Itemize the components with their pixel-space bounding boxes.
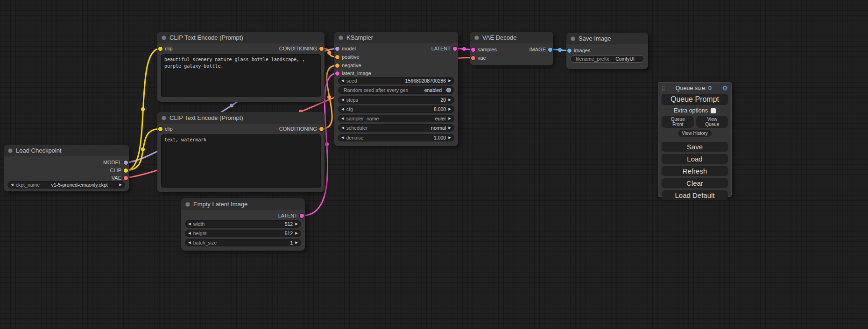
- collapse-dot-icon[interactable]: [8, 148, 13, 153]
- drag-handle-icon[interactable]: ⣿: [662, 86, 665, 91]
- decrement-arrow-icon[interactable]: ◀: [188, 241, 191, 245]
- output-dot-image[interactable]: [548, 48, 552, 52]
- input-label-model: model: [342, 46, 356, 51]
- collapse-dot-icon[interactable]: [162, 35, 166, 40]
- input-dot-positive[interactable]: [335, 55, 339, 59]
- load-button[interactable]: Load: [662, 154, 728, 164]
- prompt-textarea[interactable]: beautiful scenery nature glass bottle la…: [161, 54, 321, 97]
- output-label-model: MODEL: [103, 160, 121, 165]
- denoise-widget[interactable]: ◀ denoise 1.000 ▶: [338, 134, 454, 141]
- filename-prefix-widget[interactable]: filename_prefix ComfyUI: [570, 55, 644, 63]
- decrement-arrow-icon[interactable]: ◀: [341, 79, 344, 83]
- input-dot-vae[interactable]: [471, 56, 475, 60]
- collapse-dot-icon[interactable]: [571, 36, 575, 41]
- widget-value: 156680208700286: [405, 78, 446, 84]
- collapse-dot-icon[interactable]: [474, 35, 479, 40]
- node-vae-decode[interactable]: VAE Decode samples vae IMAGE: [470, 32, 553, 65]
- link-dot-clip-negative: [141, 147, 145, 151]
- decrement-arrow-icon[interactable]: ◀: [11, 183, 14, 187]
- widget-value: enabled: [424, 87, 442, 93]
- decrement-arrow-icon[interactable]: ◀: [341, 136, 344, 140]
- output-dot-vae[interactable]: [124, 176, 128, 180]
- input-dot-clip[interactable]: [158, 127, 162, 131]
- width-widget[interactable]: ◀ width 512 ▶: [185, 220, 301, 228]
- random-seed-toggle-widget[interactable]: Random seed after every gen enabled: [338, 86, 454, 94]
- node-title-bar[interactable]: CLIP Text Encode (Prompt): [157, 32, 325, 43]
- prompt-textarea[interactable]: text, watermark: [161, 134, 321, 188]
- decrement-arrow-icon[interactable]: ◀: [341, 98, 344, 102]
- load-default-button[interactable]: Load Default: [662, 190, 728, 200]
- input-label-samples: samples: [478, 47, 497, 52]
- sampler-name-widget[interactable]: ◀ sampler_name euler ▶: [338, 115, 454, 122]
- node-load-checkpoint[interactable]: Load Checkpoint MODEL CLIP VAE ◀ ckpt_na…: [4, 145, 129, 191]
- save-button[interactable]: Save: [662, 142, 728, 152]
- input-dot-negative[interactable]: [335, 63, 339, 68]
- increment-arrow-icon[interactable]: ▶: [448, 107, 451, 111]
- increment-arrow-icon[interactable]: ▶: [295, 222, 298, 226]
- output-dot-latent[interactable]: [453, 47, 457, 51]
- increment-arrow-icon[interactable]: ▶: [448, 126, 451, 130]
- increment-arrow-icon[interactable]: ▶: [295, 231, 298, 235]
- node-clip-text-encode-positive[interactable]: CLIP Text Encode (Prompt) clip CONDITION…: [157, 32, 325, 102]
- collapse-dot-icon[interactable]: [185, 202, 190, 207]
- node-title-bar[interactable]: Save Image: [566, 33, 648, 44]
- node-title-bar[interactable]: Empty Latent Image: [181, 198, 305, 210]
- increment-arrow-icon[interactable]: ▶: [448, 98, 451, 102]
- collapse-dot-icon[interactable]: [339, 35, 343, 40]
- node-title-label: Empty Latent Image: [193, 201, 247, 208]
- extra-options-checkbox[interactable]: [711, 108, 716, 113]
- node-title-bar[interactable]: Load Checkpoint: [4, 145, 129, 156]
- input-dot-images[interactable]: [567, 49, 572, 53]
- output-label-image: IMAGE: [529, 47, 546, 52]
- collapse-dot-icon[interactable]: [162, 116, 166, 120]
- steps-widget[interactable]: ◀ steps 20 ▶: [338, 96, 454, 104]
- node-save-image[interactable]: Save Image images filename_prefix ComfyU…: [566, 33, 648, 69]
- increment-arrow-icon[interactable]: ▶: [448, 79, 451, 83]
- node-clip-text-encode-negative[interactable]: CLIP Text Encode (Prompt) clip CONDITION…: [157, 112, 325, 192]
- output-dot-latent[interactable]: [300, 214, 304, 218]
- input-dot-latent-image[interactable]: [335, 71, 339, 76]
- node-title-bar[interactable]: CLIP Text Encode (Prompt): [157, 112, 325, 124]
- node-empty-latent-image[interactable]: Empty Latent Image LATENT ◀ width 512 ▶ …: [181, 198, 305, 251]
- widget-value: normal: [431, 125, 446, 131]
- node-title-bar[interactable]: KSampler: [334, 32, 458, 43]
- toggle-dot-icon[interactable]: [446, 88, 451, 92]
- input-dot-samples[interactable]: [471, 48, 475, 52]
- decrement-arrow-icon[interactable]: ◀: [341, 117, 344, 120]
- output-dot-model[interactable]: [124, 161, 128, 165]
- widget-value: 1.000: [434, 135, 446, 140]
- settings-gear-icon[interactable]: ⚙: [722, 84, 728, 92]
- queue-front-button[interactable]: Queue Front: [662, 116, 694, 128]
- decrement-arrow-icon[interactable]: ◀: [341, 107, 344, 111]
- node-title-label: Save Image: [579, 35, 611, 42]
- output-dot-conditioning[interactable]: [319, 47, 324, 51]
- increment-arrow-icon[interactable]: ▶: [448, 136, 451, 140]
- view-history-button[interactable]: View History: [678, 130, 711, 137]
- node-ksampler[interactable]: KSampler model positive negative latent_…: [334, 32, 458, 146]
- cfg-widget[interactable]: ◀ cfg 8.000 ▶: [338, 105, 454, 113]
- decrement-arrow-icon[interactable]: ◀: [188, 231, 191, 235]
- output-label-vae: VAE: [112, 175, 121, 181]
- increment-arrow-icon[interactable]: ▶: [295, 241, 298, 245]
- increment-arrow-icon[interactable]: ▶: [119, 183, 122, 187]
- refresh-button[interactable]: Refresh: [662, 166, 728, 176]
- link-dot-model: [230, 104, 233, 107]
- clear-button[interactable]: Clear: [662, 178, 728, 188]
- seed-widget[interactable]: ◀ seed 156680208700286 ▶: [338, 77, 454, 84]
- ckpt-name-widget[interactable]: ◀ ckpt_name v1-5-pruned-emaonly.ckpt ▶: [7, 181, 125, 189]
- widget-label: filename_prefix: [576, 56, 609, 62]
- scheduler-widget[interactable]: ◀ scheduler normal ▶: [338, 124, 454, 132]
- queue-prompt-button[interactable]: Queue Prompt: [662, 94, 728, 105]
- input-dot-clip[interactable]: [158, 47, 162, 51]
- decrement-arrow-icon[interactable]: ◀: [341, 126, 344, 130]
- output-dot-clip[interactable]: [124, 168, 128, 173]
- height-widget[interactable]: ◀ height 512 ▶: [185, 230, 301, 237]
- decrement-arrow-icon[interactable]: ◀: [188, 222, 191, 226]
- output-dot-conditioning[interactable]: [319, 127, 324, 131]
- input-dot-model[interactable]: [335, 47, 339, 51]
- node-title-bar[interactable]: VAE Decode: [470, 32, 553, 43]
- batch-size-widget[interactable]: ◀ batch_size 1 ▶: [185, 239, 301, 246]
- increment-arrow-icon[interactable]: ▶: [448, 117, 451, 120]
- view-queue-button[interactable]: View Queue: [696, 116, 728, 128]
- link-dot-conditioning-positive: [327, 51, 331, 55]
